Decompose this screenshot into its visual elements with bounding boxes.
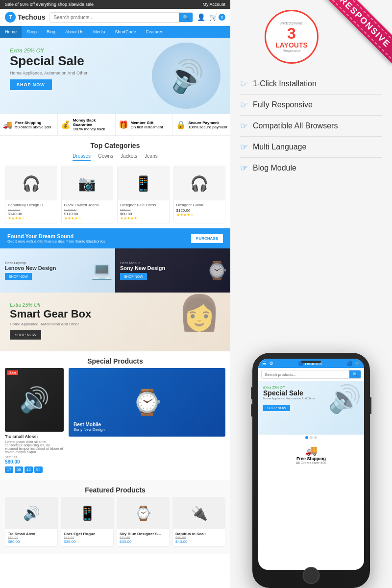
phone-home-button[interactable] — [303, 567, 320, 584]
smart-button[interactable]: SHOP NOW — [10, 330, 41, 340]
countdown-timer: 17 09 12 54 — [5, 466, 64, 473]
user-icon[interactable]: 👤 — [197, 13, 205, 21]
cat-tab-jeans[interactable]: Jeans — [145, 152, 158, 161]
featured-card-1[interactable]: 🔊 Tic Small Alexi $84.00 $80.00 — [5, 497, 58, 547]
account-link[interactable]: My Account — [202, 2, 225, 7]
phone-search-btn[interactable]: 🔍 — [349, 370, 361, 378]
special-main-product: Sale 🔊 Tic small Alessi Lorem ipsum dolo… — [5, 368, 64, 475]
featured-price-2: $38.00 — [64, 539, 111, 544]
promo-mobile-img: ⌚ — [206, 261, 228, 281]
featured-img-4: 🔌 — [173, 497, 225, 529]
product-name-1: Beautifully Design H... — [8, 203, 54, 207]
feature-list-text-5: Blog Module — [253, 164, 296, 172]
search-input[interactable] — [50, 13, 179, 22]
product-card-2[interactable]: 📷 Black Lowest Jeans $140.00 $119.00 ★★★… — [61, 166, 114, 223]
product-info-4: Designer Gown $120.00 ★★★★☆ — [174, 200, 225, 220]
hero-button[interactable]: SHOP NOW — [10, 79, 52, 90]
feature-item-2: ☞ Fully Responsive — [240, 95, 382, 116]
dot-1 — [305, 436, 308, 439]
featured-card-3[interactable]: ⌚ Sky Blue Designer S... $40.00 $35.00 — [117, 497, 170, 547]
featured-old-3: $40.00 — [120, 536, 167, 539]
phone-search: 🔍 — [261, 370, 361, 379]
featured-card-4[interactable]: 🔌 Dapibus In Scall $50.00 $40.00 — [172, 497, 225, 547]
promo-mobile-btn[interactable]: SHOP NOW — [120, 273, 147, 280]
phone-hero-btn[interactable]: SHOP NOW — [263, 405, 290, 411]
featured-products-section: Featured Products 🔊 Tic Small Alexi $84.… — [0, 480, 230, 554]
product-old-price-3: $56.00 — [120, 208, 167, 212]
promo-laptop-btn[interactable]: SHOP NOW — [5, 273, 32, 280]
nav-shop[interactable]: Shop — [22, 26, 42, 38]
banner-strip-title: Found Your Dream Sound — [7, 233, 105, 239]
phone-hero-product: 🔊 — [328, 383, 362, 415]
nav-media[interactable]: Media — [88, 26, 110, 38]
feature-hand-icon-2: ☞ — [240, 99, 248, 110]
phone-mockup: ☰ ⚙ 🔵 Techous 🔵 🛒 🔍 E — [252, 353, 370, 588]
promo-mobile-text: Best Mobile Sony New Design SHOP NOW — [120, 261, 165, 280]
product-price-2: $119.00 — [64, 212, 111, 216]
feature-secure: 🔒 Secure Payment100% secure payment — [173, 114, 230, 135]
nav-features[interactable]: Features — [141, 26, 169, 38]
featured-img-2: 📱 — [61, 497, 113, 529]
product-image-4: 🎧 — [174, 166, 225, 200]
special-products-title: Special Products — [0, 351, 230, 368]
feature-item-3: ☞ Compatible All Browsers — [240, 116, 382, 137]
product-stars-2: ★★★★☆ — [64, 216, 111, 220]
nav-blog[interactable]: Blog — [42, 26, 60, 38]
nav-shortcode[interactable]: ShortCode — [110, 26, 141, 38]
right-panel: RESPONSIVE PREDEFINE 3 LAYOUTS Responsiv… — [230, 0, 392, 588]
vol-btn-top — [251, 387, 252, 399]
phone-badge-icon: 🔵 — [346, 361, 352, 366]
cat-tab-dresses[interactable]: Dresses — [73, 152, 91, 161]
feature-moneyback: 💰 Money Back Guarantee100% money back — [58, 114, 116, 135]
phone-shipping-sub: All Orders Over $99 — [262, 461, 360, 465]
product-old-price-2: $140.00 — [64, 208, 111, 212]
logo[interactable]: T Techous — [5, 12, 46, 23]
cat-tab-gowns[interactable]: Gowns — [98, 152, 113, 161]
header-icons: 👤 🛒 0 — [197, 13, 225, 21]
feature-hand-icon-3: ☞ — [240, 121, 248, 131]
phone-search-input[interactable] — [262, 370, 349, 378]
special-side-product: ⌚ Best Mobile Sony New Design — [69, 368, 225, 475]
search-button[interactable]: 🔍 — [179, 13, 193, 22]
purchase-button[interactable]: PURCHASE — [191, 234, 223, 243]
feature-secure-text: Secure Payment100% secure payment — [188, 121, 227, 129]
nav-home[interactable]: Home — [0, 26, 22, 38]
cart-icon: 🛒 — [209, 13, 218, 21]
product-price-1: $140.00 — [8, 212, 54, 216]
cart-badge: 0 — [219, 14, 225, 21]
responsive-ribbon: RESPONSIVE — [309, 0, 392, 83]
site-header: T Techous 🔍 👤 🛒 0 — [0, 9, 230, 26]
promo-mobile-title: Sony New Design — [120, 265, 165, 271]
cat-tab-jackets[interactable]: Jackets — [121, 152, 137, 161]
feature-hand-icon-1: ☞ — [240, 78, 248, 89]
phone-hero: Extra 25% Off Special Sale Home Applianc… — [258, 381, 364, 435]
featured-name-3: Sky Blue Designer S... — [120, 532, 167, 536]
nav-about[interactable]: About Us — [60, 26, 88, 38]
product-stars-1: ★★★★☆ — [8, 216, 54, 220]
feature-hand-icon-4: ☞ — [240, 142, 248, 152]
stamp-number: 3 — [287, 25, 296, 41]
website-preview: Sale of 50% off everything shop sitewide… — [0, 0, 230, 588]
shipping-icon: 🚚 — [3, 120, 13, 129]
phone-speaker — [301, 361, 321, 363]
feature-item-5: ☞ Blog Module — [240, 158, 382, 178]
product-card-4[interactable]: 🎧 Designer Gown $120.00 ★★★★☆ — [173, 166, 226, 223]
countdown-sec: 12 — [24, 466, 33, 473]
category-products-grid: 🎧 Beautifully Design H... $180.00 $140.0… — [0, 166, 230, 228]
countdown-ms: 54 — [34, 466, 43, 473]
promo-laptop-title: Lenovo New Design — [5, 265, 56, 271]
product-card-1[interactable]: 🎧 Beautifully Design H... $180.00 $140.0… — [5, 166, 57, 223]
phone-shipping: 🚚 Free Shipping All Orders Over $99 — [258, 441, 364, 468]
promo-laptop-text: Best Laptop Lenovo New Design SHOP NOW — [5, 261, 56, 280]
special-main-name: Tic small Alessi — [5, 434, 64, 439]
product-name-4: Designer Gown — [176, 203, 223, 207]
product-card-3[interactable]: 📱 Designer Blue Dress $56.00 $80.00 ★★★★… — [117, 166, 170, 223]
cart-container[interactable]: 🛒 0 — [209, 13, 225, 21]
smart-section: Extra 25% Off Smart Gear Box Home Applia… — [0, 293, 230, 351]
product-old-price-1: $180.00 — [8, 208, 54, 212]
featured-card-2[interactable]: 📱 Cras Eget Rogue $45.00 $38.00 — [61, 497, 114, 547]
product-image-1: 🎧 — [5, 166, 57, 200]
promo-banners: Best Laptop Lenovo New Design SHOP NOW 💻… — [0, 248, 230, 293]
banner-strip-subtitle: Get it now with a 0% finance deal from S… — [7, 239, 105, 244]
category-tabs: Dresses Gowns Jackets Jeans — [0, 152, 230, 161]
